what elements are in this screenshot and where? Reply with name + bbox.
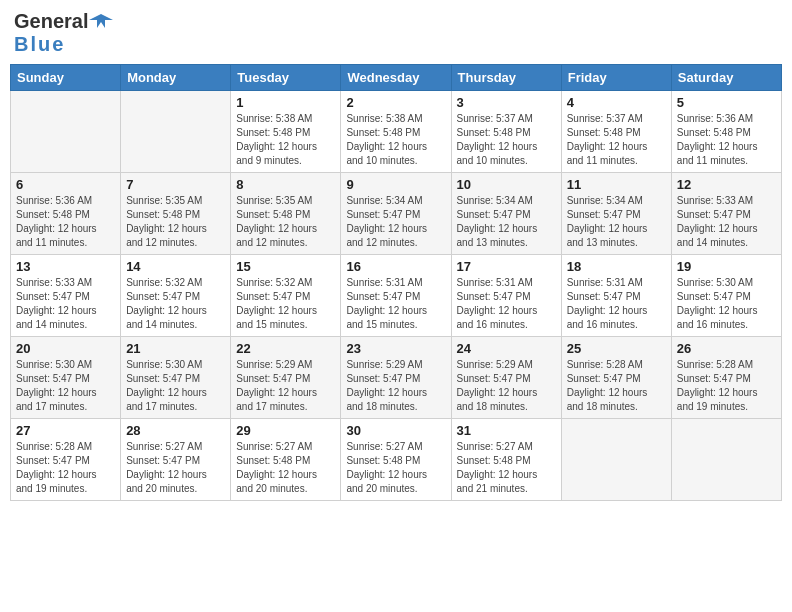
day-info: Sunrise: 5:32 AMSunset: 5:47 PMDaylight:… bbox=[126, 276, 225, 332]
day-number: 18 bbox=[567, 259, 666, 274]
logo: General Blue bbox=[14, 10, 114, 56]
day-number: 10 bbox=[457, 177, 556, 192]
day-info: Sunrise: 5:27 AMSunset: 5:48 PMDaylight:… bbox=[457, 440, 556, 496]
calendar-cell: 24Sunrise: 5:29 AMSunset: 5:47 PMDayligh… bbox=[451, 337, 561, 419]
calendar-cell: 19Sunrise: 5:30 AMSunset: 5:47 PMDayligh… bbox=[671, 255, 781, 337]
calendar-week-row: 27Sunrise: 5:28 AMSunset: 5:47 PMDayligh… bbox=[11, 419, 782, 501]
day-info: Sunrise: 5:36 AMSunset: 5:48 PMDaylight:… bbox=[16, 194, 115, 250]
day-info: Sunrise: 5:38 AMSunset: 5:48 PMDaylight:… bbox=[236, 112, 335, 168]
calendar-cell: 20Sunrise: 5:30 AMSunset: 5:47 PMDayligh… bbox=[11, 337, 121, 419]
calendar-cell: 21Sunrise: 5:30 AMSunset: 5:47 PMDayligh… bbox=[121, 337, 231, 419]
calendar-cell: 8Sunrise: 5:35 AMSunset: 5:48 PMDaylight… bbox=[231, 173, 341, 255]
day-info: Sunrise: 5:38 AMSunset: 5:48 PMDaylight:… bbox=[346, 112, 445, 168]
calendar-cell: 17Sunrise: 5:31 AMSunset: 5:47 PMDayligh… bbox=[451, 255, 561, 337]
logo-blue-text: Blue bbox=[14, 33, 65, 55]
logo-general-text: General bbox=[14, 10, 88, 33]
calendar-cell: 12Sunrise: 5:33 AMSunset: 5:47 PMDayligh… bbox=[671, 173, 781, 255]
day-number: 26 bbox=[677, 341, 776, 356]
day-number: 24 bbox=[457, 341, 556, 356]
calendar-cell bbox=[671, 419, 781, 501]
col-header-tuesday: Tuesday bbox=[231, 65, 341, 91]
day-info: Sunrise: 5:27 AMSunset: 5:47 PMDaylight:… bbox=[126, 440, 225, 496]
calendar-cell: 3Sunrise: 5:37 AMSunset: 5:48 PMDaylight… bbox=[451, 91, 561, 173]
day-number: 13 bbox=[16, 259, 115, 274]
col-header-friday: Friday bbox=[561, 65, 671, 91]
page-header: General Blue bbox=[10, 10, 782, 56]
day-info: Sunrise: 5:30 AMSunset: 5:47 PMDaylight:… bbox=[16, 358, 115, 414]
calendar-cell: 23Sunrise: 5:29 AMSunset: 5:47 PMDayligh… bbox=[341, 337, 451, 419]
day-number: 28 bbox=[126, 423, 225, 438]
day-info: Sunrise: 5:28 AMSunset: 5:47 PMDaylight:… bbox=[677, 358, 776, 414]
day-info: Sunrise: 5:34 AMSunset: 5:47 PMDaylight:… bbox=[457, 194, 556, 250]
day-info: Sunrise: 5:28 AMSunset: 5:47 PMDaylight:… bbox=[16, 440, 115, 496]
day-number: 15 bbox=[236, 259, 335, 274]
day-info: Sunrise: 5:29 AMSunset: 5:47 PMDaylight:… bbox=[346, 358, 445, 414]
day-info: Sunrise: 5:31 AMSunset: 5:47 PMDaylight:… bbox=[567, 276, 666, 332]
col-header-wednesday: Wednesday bbox=[341, 65, 451, 91]
day-number: 30 bbox=[346, 423, 445, 438]
calendar-cell: 28Sunrise: 5:27 AMSunset: 5:47 PMDayligh… bbox=[121, 419, 231, 501]
calendar-cell: 22Sunrise: 5:29 AMSunset: 5:47 PMDayligh… bbox=[231, 337, 341, 419]
day-info: Sunrise: 5:35 AMSunset: 5:48 PMDaylight:… bbox=[236, 194, 335, 250]
calendar-cell: 16Sunrise: 5:31 AMSunset: 5:47 PMDayligh… bbox=[341, 255, 451, 337]
col-header-monday: Monday bbox=[121, 65, 231, 91]
svg-marker-0 bbox=[89, 14, 113, 28]
calendar-week-row: 1Sunrise: 5:38 AMSunset: 5:48 PMDaylight… bbox=[11, 91, 782, 173]
day-info: Sunrise: 5:30 AMSunset: 5:47 PMDaylight:… bbox=[677, 276, 776, 332]
calendar-cell bbox=[561, 419, 671, 501]
calendar-cell bbox=[121, 91, 231, 173]
col-header-sunday: Sunday bbox=[11, 65, 121, 91]
day-info: Sunrise: 5:34 AMSunset: 5:47 PMDaylight:… bbox=[567, 194, 666, 250]
calendar-body: 1Sunrise: 5:38 AMSunset: 5:48 PMDaylight… bbox=[11, 91, 782, 501]
calendar-cell: 30Sunrise: 5:27 AMSunset: 5:48 PMDayligh… bbox=[341, 419, 451, 501]
calendar-cell: 11Sunrise: 5:34 AMSunset: 5:47 PMDayligh… bbox=[561, 173, 671, 255]
day-number: 31 bbox=[457, 423, 556, 438]
calendar-cell: 5Sunrise: 5:36 AMSunset: 5:48 PMDaylight… bbox=[671, 91, 781, 173]
calendar-week-row: 20Sunrise: 5:30 AMSunset: 5:47 PMDayligh… bbox=[11, 337, 782, 419]
calendar-cell: 25Sunrise: 5:28 AMSunset: 5:47 PMDayligh… bbox=[561, 337, 671, 419]
calendar-cell: 31Sunrise: 5:27 AMSunset: 5:48 PMDayligh… bbox=[451, 419, 561, 501]
day-info: Sunrise: 5:37 AMSunset: 5:48 PMDaylight:… bbox=[457, 112, 556, 168]
day-info: Sunrise: 5:28 AMSunset: 5:47 PMDaylight:… bbox=[567, 358, 666, 414]
calendar-week-row: 13Sunrise: 5:33 AMSunset: 5:47 PMDayligh… bbox=[11, 255, 782, 337]
col-header-saturday: Saturday bbox=[671, 65, 781, 91]
calendar-cell: 26Sunrise: 5:28 AMSunset: 5:47 PMDayligh… bbox=[671, 337, 781, 419]
calendar-cell: 7Sunrise: 5:35 AMSunset: 5:48 PMDaylight… bbox=[121, 173, 231, 255]
day-info: Sunrise: 5:33 AMSunset: 5:47 PMDaylight:… bbox=[677, 194, 776, 250]
col-header-thursday: Thursday bbox=[451, 65, 561, 91]
day-info: Sunrise: 5:27 AMSunset: 5:48 PMDaylight:… bbox=[346, 440, 445, 496]
day-number: 27 bbox=[16, 423, 115, 438]
calendar-cell: 18Sunrise: 5:31 AMSunset: 5:47 PMDayligh… bbox=[561, 255, 671, 337]
day-info: Sunrise: 5:27 AMSunset: 5:48 PMDaylight:… bbox=[236, 440, 335, 496]
day-number: 6 bbox=[16, 177, 115, 192]
day-info: Sunrise: 5:33 AMSunset: 5:47 PMDaylight:… bbox=[16, 276, 115, 332]
calendar-week-row: 6Sunrise: 5:36 AMSunset: 5:48 PMDaylight… bbox=[11, 173, 782, 255]
calendar-cell: 10Sunrise: 5:34 AMSunset: 5:47 PMDayligh… bbox=[451, 173, 561, 255]
day-number: 23 bbox=[346, 341, 445, 356]
calendar-cell: 9Sunrise: 5:34 AMSunset: 5:47 PMDaylight… bbox=[341, 173, 451, 255]
day-number: 20 bbox=[16, 341, 115, 356]
calendar-cell: 15Sunrise: 5:32 AMSunset: 5:47 PMDayligh… bbox=[231, 255, 341, 337]
day-info: Sunrise: 5:35 AMSunset: 5:48 PMDaylight:… bbox=[126, 194, 225, 250]
calendar-header-row: SundayMondayTuesdayWednesdayThursdayFrid… bbox=[11, 65, 782, 91]
calendar-cell bbox=[11, 91, 121, 173]
day-number: 22 bbox=[236, 341, 335, 356]
day-number: 8 bbox=[236, 177, 335, 192]
day-info: Sunrise: 5:32 AMSunset: 5:47 PMDaylight:… bbox=[236, 276, 335, 332]
day-number: 1 bbox=[236, 95, 335, 110]
day-number: 17 bbox=[457, 259, 556, 274]
day-info: Sunrise: 5:37 AMSunset: 5:48 PMDaylight:… bbox=[567, 112, 666, 168]
day-info: Sunrise: 5:29 AMSunset: 5:47 PMDaylight:… bbox=[236, 358, 335, 414]
day-number: 29 bbox=[236, 423, 335, 438]
day-number: 12 bbox=[677, 177, 776, 192]
calendar-cell: 13Sunrise: 5:33 AMSunset: 5:47 PMDayligh… bbox=[11, 255, 121, 337]
day-number: 7 bbox=[126, 177, 225, 192]
day-number: 5 bbox=[677, 95, 776, 110]
day-number: 2 bbox=[346, 95, 445, 110]
day-number: 19 bbox=[677, 259, 776, 274]
day-info: Sunrise: 5:30 AMSunset: 5:47 PMDaylight:… bbox=[126, 358, 225, 414]
day-info: Sunrise: 5:36 AMSunset: 5:48 PMDaylight:… bbox=[677, 112, 776, 168]
day-info: Sunrise: 5:34 AMSunset: 5:47 PMDaylight:… bbox=[346, 194, 445, 250]
day-info: Sunrise: 5:31 AMSunset: 5:47 PMDaylight:… bbox=[346, 276, 445, 332]
calendar-table: SundayMondayTuesdayWednesdayThursdayFrid… bbox=[10, 64, 782, 501]
